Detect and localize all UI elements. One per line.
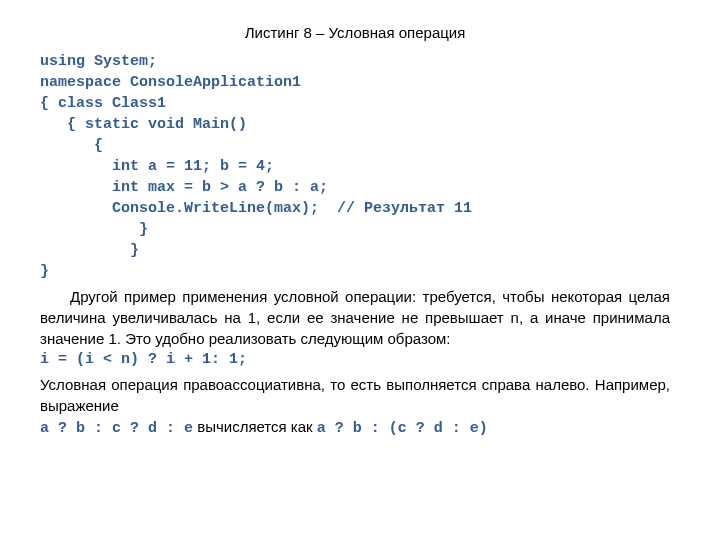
code-line: int a = 11; b = 4; <box>40 158 274 175</box>
expression-1: i = (i < n) ? i + 1: 1; <box>40 349 670 370</box>
paragraph-1: Другой пример применения условной операц… <box>40 286 670 349</box>
listing-title: Листинг 8 – Условная операция <box>40 22 670 43</box>
code-line: } <box>40 242 139 259</box>
expr-left: a ? b : с ? d : е <box>40 420 193 437</box>
code-line: { class Class1 <box>40 95 166 112</box>
code-line: int max = b > a ? b : a; <box>40 179 328 196</box>
code-block: using System; namespace ConsoleApplicati… <box>40 51 670 282</box>
code-line: { <box>40 137 103 154</box>
paragraph-2: Условная операция правоассоциативна, то … <box>40 374 670 416</box>
expr-right: a ? b : (с ? d : е) <box>317 420 488 437</box>
code-line: { static void Main() <box>40 116 247 133</box>
code-line: } <box>40 263 49 280</box>
code-line: Console.WriteLine(max); // Результат 11 <box>40 200 472 217</box>
code-line: namespace ConsoleApplication1 <box>40 74 301 91</box>
code-line: using System; <box>40 53 157 70</box>
code-line: } <box>40 221 148 238</box>
final-line: a ? b : с ? d : е вычисляется как a ? b … <box>40 416 670 439</box>
expr-mid: вычисляется как <box>193 418 317 435</box>
